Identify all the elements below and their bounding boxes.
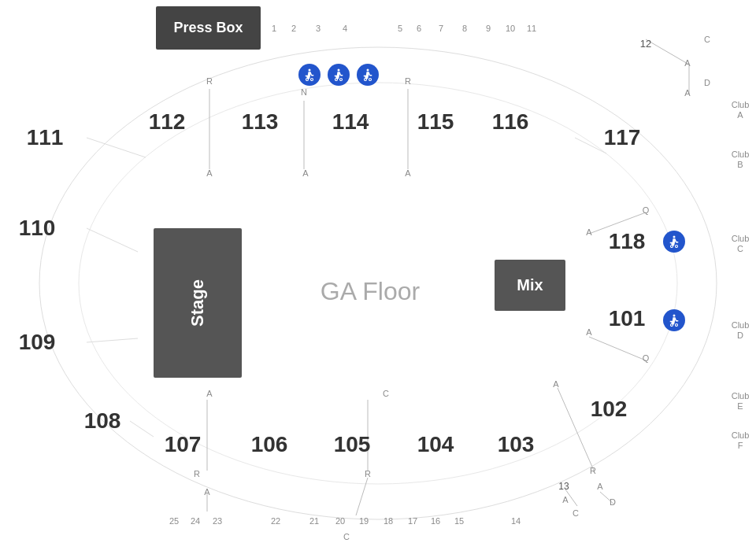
svg-point-22 <box>306 79 309 81</box>
bottom-row-16: 16 <box>431 516 440 526</box>
svg-line-12 <box>646 39 689 65</box>
svg-point-35 <box>676 324 678 327</box>
press-box: Press Box <box>156 6 261 50</box>
top-row-1: 1 <box>272 24 276 33</box>
top-row-4: 4 <box>343 24 347 33</box>
row-A-112-bot: A <box>206 168 212 178</box>
row-A-115-bot: A <box>405 168 410 178</box>
section-110[interactable]: 110 <box>19 216 56 241</box>
row-C-13: C <box>573 508 579 518</box>
row-R-115: R <box>405 76 411 86</box>
svg-point-23 <box>311 79 313 81</box>
bottom-row-25: 25 <box>169 516 179 526</box>
club-label-E: ClubE <box>732 391 750 412</box>
svg-line-6 <box>589 337 646 360</box>
row-D-top-right: D <box>704 78 710 87</box>
wheelchair-icon-1 <box>298 64 321 86</box>
section-106[interactable]: 106 <box>251 432 288 457</box>
section-109[interactable]: 109 <box>19 330 56 355</box>
row-R-107: R <box>194 469 200 478</box>
bottom-row-21: 21 <box>309 516 319 526</box>
section-108[interactable]: 108 <box>84 408 121 434</box>
section-103[interactable]: 103 <box>498 432 535 457</box>
section-112[interactable]: 112 <box>149 109 186 135</box>
top-row-7: 7 <box>439 24 443 33</box>
bottom-row-15: 15 <box>454 516 464 526</box>
row-Q-101: Q <box>643 353 650 363</box>
row-C-105: C <box>383 389 389 398</box>
top-row-8: 8 <box>462 24 467 33</box>
svg-point-34 <box>671 324 673 327</box>
row-A-101: A <box>586 327 591 337</box>
club-label-D: ClubD <box>732 320 750 341</box>
club-label-F: ClubF <box>732 430 750 451</box>
row-R-112: R <box>206 76 213 86</box>
mix-box: Mix <box>495 260 565 311</box>
svg-line-17 <box>87 228 138 252</box>
row-Q-118: Q <box>643 205 650 215</box>
bottom-row-24: 24 <box>191 516 200 526</box>
bottom-row-18: 18 <box>384 516 393 526</box>
section-117[interactable]: 117 <box>604 125 641 150</box>
row-R-105: R <box>365 469 371 478</box>
top-row-10: 10 <box>506 24 515 33</box>
row-A-top-right: A <box>684 58 690 68</box>
svg-point-28 <box>365 79 367 81</box>
section-115[interactable]: 115 <box>417 109 454 135</box>
ga-floor-label: GA Floor <box>321 277 420 306</box>
row-C-top: C <box>704 35 710 44</box>
section-102[interactable]: 102 <box>591 397 628 422</box>
svg-line-11 <box>356 478 368 515</box>
row-A-107-b: A <box>204 487 209 497</box>
row-A-113-bot: A <box>302 168 308 178</box>
section-111[interactable]: 111 <box>27 125 64 150</box>
club-label-A: ClubA <box>732 100 750 120</box>
row-13-label: 13 <box>558 481 569 492</box>
wheelchair-icon-5 <box>663 309 685 331</box>
row-A-107: A <box>206 389 212 398</box>
row-C-bot: C <box>343 532 350 541</box>
section-118[interactable]: 118 <box>609 229 646 254</box>
section-116[interactable]: 116 <box>492 109 529 135</box>
section-104[interactable]: 104 <box>417 432 454 457</box>
section-113[interactable]: 113 <box>242 109 279 135</box>
wheelchair-icon-4 <box>663 231 685 253</box>
svg-point-21 <box>309 69 311 72</box>
bottom-row-23: 23 <box>213 516 222 526</box>
top-row-2: 2 <box>291 24 296 33</box>
svg-point-33 <box>673 315 676 317</box>
bottom-row-22: 22 <box>271 516 280 526</box>
bottom-row-19: 19 <box>359 516 369 526</box>
svg-point-32 <box>676 246 678 248</box>
row-A-103-bot: A <box>597 482 602 491</box>
section-107[interactable]: 107 <box>165 432 202 457</box>
wheelchair-icon-3 <box>357 64 379 86</box>
section-114[interactable]: 114 <box>332 109 369 135</box>
club-label-B: ClubB <box>732 150 750 170</box>
bottom-row-14: 14 <box>511 516 521 526</box>
row-A-13: A <box>562 495 568 504</box>
top-row-9: 9 <box>486 24 491 33</box>
svg-line-18 <box>87 338 138 342</box>
top-row-11: 11 <box>527 24 536 33</box>
svg-point-24 <box>338 69 340 72</box>
top-row-5: 5 <box>398 24 402 33</box>
svg-line-7 <box>558 388 595 472</box>
top-row-12: 12 <box>640 38 651 50</box>
svg-point-29 <box>369 79 372 81</box>
svg-point-25 <box>335 79 338 81</box>
wheelchair-icon-2 <box>328 64 350 86</box>
section-105[interactable]: 105 <box>334 432 371 457</box>
row-R-102: R <box>590 466 596 475</box>
svg-point-31 <box>671 246 673 248</box>
svg-point-30 <box>673 236 676 238</box>
top-row-3: 3 <box>316 24 321 33</box>
svg-point-27 <box>367 69 369 72</box>
svg-line-20 <box>575 138 606 153</box>
section-101[interactable]: 101 <box>609 306 646 331</box>
row-N-114: N <box>301 87 307 97</box>
svg-line-19 <box>130 421 154 437</box>
bottom-row-20: 20 <box>335 516 345 526</box>
venue-map: Press Box 1 2 3 4 5 6 7 8 9 10 11 12 R N… <box>0 0 756 554</box>
row-A-102: A <box>553 379 558 389</box>
